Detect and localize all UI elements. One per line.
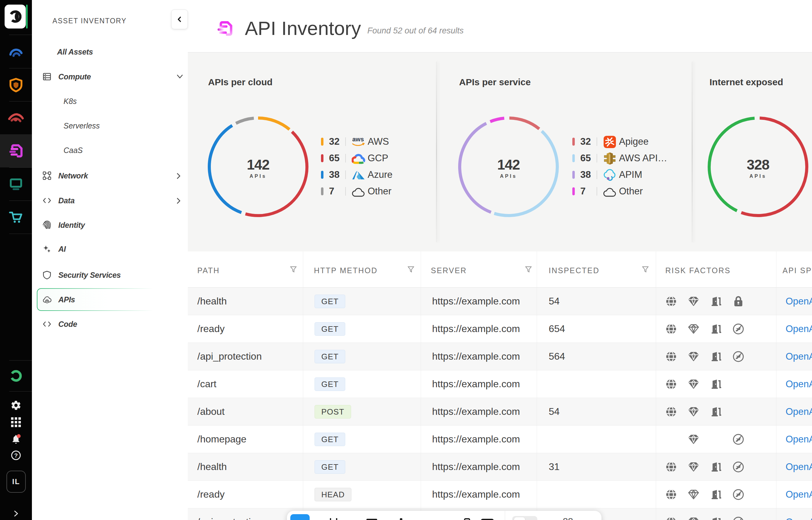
svg-text:aws: aws	[352, 136, 364, 142]
svg-text:?: ?	[14, 452, 18, 459]
